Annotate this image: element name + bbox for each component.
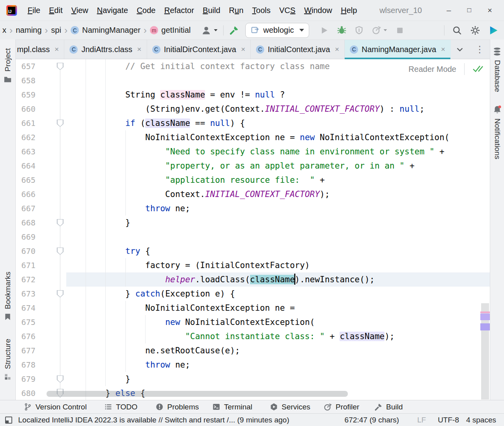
breadcrumb-item-getinitial[interactable]: mgetInitial bbox=[150, 26, 191, 35]
tool-button-services[interactable]: Services bbox=[270, 400, 310, 413]
close-icon[interactable]: × bbox=[441, 45, 445, 54]
breadcrumb-item-spi[interactable]: spi bbox=[51, 26, 62, 35]
line-number[interactable]: 665 bbox=[16, 173, 35, 187]
code-line[interactable]: } catch(Exception e) { bbox=[65, 287, 235, 301]
layout-icon[interactable] bbox=[4, 415, 13, 425]
code-line[interactable]: "property, or as an applet parameter, or… bbox=[65, 159, 414, 173]
tool-button-profiler[interactable]: Profiler bbox=[323, 400, 359, 413]
line-number[interactable]: 669 bbox=[16, 230, 35, 244]
line-number[interactable]: 660 bbox=[16, 102, 35, 116]
line-number[interactable]: 671 bbox=[16, 258, 35, 272]
close-icon[interactable]: × bbox=[335, 45, 339, 54]
code-line[interactable]: NoInitialContextException ne = new NoIni… bbox=[65, 130, 450, 145]
fold-marker[interactable] bbox=[57, 219, 63, 227]
minimize-button[interactable]: – bbox=[439, 6, 459, 15]
breadcrumb-item-naming[interactable]: naming bbox=[16, 26, 42, 35]
caret-position-widget[interactable]: 672:47 (9 chars) bbox=[345, 416, 399, 424]
tool-button-terminal[interactable]: Terminal bbox=[212, 400, 252, 413]
profiler-button[interactable] bbox=[371, 25, 388, 35]
line-number[interactable]: 659 bbox=[16, 88, 35, 102]
stop-button[interactable] bbox=[396, 26, 404, 35]
code-line[interactable]: try { bbox=[65, 244, 150, 258]
close-icon[interactable]: × bbox=[137, 45, 141, 54]
search-everywhere-button[interactable] bbox=[452, 25, 462, 36]
line-number[interactable]: 667 bbox=[16, 201, 35, 216]
tab-mpl-class[interactable]: mpl.class× bbox=[16, 40, 64, 59]
reader-mode-label[interactable]: Reader Mode bbox=[409, 65, 456, 74]
menu-tools[interactable]: Tools bbox=[248, 4, 275, 17]
menu-run[interactable]: Run bbox=[225, 4, 248, 17]
tab-namingmanager-java[interactable]: CNamingManager.java× bbox=[345, 40, 451, 59]
code-line[interactable]: "Need to specify class name in environme… bbox=[65, 145, 444, 159]
stripe-button-bookmarks[interactable]: Bookmarks bbox=[0, 272, 15, 321]
fold-marker[interactable] bbox=[57, 248, 63, 255]
menu-file[interactable]: File bbox=[23, 4, 45, 17]
close-icon[interactable]: × bbox=[54, 45, 59, 54]
tab-jndiattrs-class[interactable]: CJndiAttrs.class× bbox=[64, 40, 147, 59]
line-number[interactable]: 658 bbox=[16, 73, 35, 88]
menu-refactor[interactable]: Refactor bbox=[160, 4, 198, 17]
inspections-ok-icon[interactable] bbox=[472, 65, 484, 73]
code-line[interactable]: "Cannot instantiate class: " + className… bbox=[65, 329, 394, 343]
code-line[interactable]: factory = (InitialContextFactory) bbox=[65, 258, 310, 272]
menu-navigate[interactable]: Navigate bbox=[93, 4, 133, 17]
line-number[interactable]: 670 bbox=[16, 244, 35, 258]
fold-marker[interactable] bbox=[57, 290, 63, 298]
code-line[interactable]: throw ne; bbox=[65, 201, 190, 216]
line-number[interactable]: 680 bbox=[16, 386, 35, 400]
fold-marker[interactable] bbox=[57, 375, 63, 383]
tool-button-build[interactable]: Build bbox=[374, 400, 403, 413]
line-number[interactable]: 675 bbox=[16, 315, 35, 329]
run-configuration-select[interactable]: weblogic bbox=[245, 23, 310, 38]
menu-build[interactable]: Build bbox=[198, 4, 224, 17]
code-editor[interactable]: 657 // Get initial context factory class… bbox=[16, 59, 490, 400]
code-line[interactable]: ne.setRootCause(e); bbox=[65, 343, 240, 358]
line-number[interactable]: 674 bbox=[16, 301, 35, 315]
code-line[interactable]: helper.loadClass(className).newInstance(… bbox=[65, 272, 375, 287]
menu-edit[interactable]: Edit bbox=[45, 4, 67, 17]
breadcrumb-item-namingmanager[interactable]: CNamingManager bbox=[71, 26, 140, 35]
line-number[interactable]: 672 bbox=[16, 272, 35, 287]
stripe-button-notifications[interactable]: Notifications bbox=[490, 105, 504, 160]
run-button[interactable] bbox=[319, 26, 329, 35]
line-number[interactable]: 673 bbox=[16, 287, 35, 301]
stripe-button-project[interactable]: Project bbox=[0, 48, 15, 84]
menu-view[interactable]: View bbox=[67, 4, 93, 17]
menu-help[interactable]: Help bbox=[336, 4, 361, 17]
line-ending-widget[interactable]: LF bbox=[417, 416, 426, 424]
fold-marker[interactable] bbox=[57, 120, 63, 127]
code-line[interactable]: // Get initial context factory class nam… bbox=[65, 59, 330, 73]
tab-initialdircontext-java[interactable]: CInitialDirContext.java× bbox=[147, 40, 251, 59]
build-project-button[interactable] bbox=[229, 25, 239, 36]
plugin-logo-button[interactable] bbox=[488, 25, 498, 36]
code-line[interactable]: NoInitialContextException ne = bbox=[65, 301, 295, 315]
horizontal-scrollbar[interactable] bbox=[47, 391, 348, 397]
breadcrumb-item-x[interactable]: x bbox=[2, 26, 6, 35]
code-line[interactable]: Context.INITIAL_CONTEXT_FACTORY); bbox=[65, 187, 330, 201]
line-number[interactable]: 668 bbox=[16, 216, 35, 230]
line-number[interactable]: 663 bbox=[16, 145, 35, 159]
line-number[interactable]: 666 bbox=[16, 187, 35, 201]
tab-initialcontext-java[interactable]: CInitialContext.java× bbox=[251, 40, 345, 59]
code-line[interactable]: String className = env != null ? bbox=[65, 88, 285, 102]
coverage-button[interactable] bbox=[355, 26, 364, 35]
user-profile-button[interactable] bbox=[201, 25, 218, 36]
code-line[interactable]: throw ne; bbox=[65, 358, 190, 372]
line-number[interactable]: 677 bbox=[16, 343, 35, 358]
indent-widget[interactable]: 4 spaces bbox=[466, 416, 496, 424]
tool-button-version-control[interactable]: Version Control bbox=[24, 400, 87, 413]
stripe-button-structure[interactable]: Structure bbox=[0, 339, 15, 381]
tool-button-problems[interactable]: Problems bbox=[155, 400, 199, 413]
code-line[interactable]: (String)env.get(Context.INITIAL_CONTEXT_… bbox=[65, 102, 424, 116]
code-line[interactable]: "application resource file: " + bbox=[65, 173, 325, 187]
encoding-widget[interactable]: UTF-8 bbox=[438, 416, 459, 424]
line-number[interactable]: 676 bbox=[16, 329, 35, 343]
stripe-button-database[interactable]: Database bbox=[490, 47, 504, 92]
code-line[interactable]: } bbox=[65, 372, 130, 386]
code-line[interactable]: new NoInitialContextException( bbox=[65, 315, 315, 329]
menu-vcs[interactable]: VCS bbox=[275, 4, 300, 17]
line-number[interactable]: 662 bbox=[16, 130, 35, 145]
code-line[interactable]: if (className == null) { bbox=[65, 116, 245, 130]
line-number[interactable]: 678 bbox=[16, 358, 35, 372]
tool-button-todo[interactable]: TODO bbox=[104, 400, 138, 413]
